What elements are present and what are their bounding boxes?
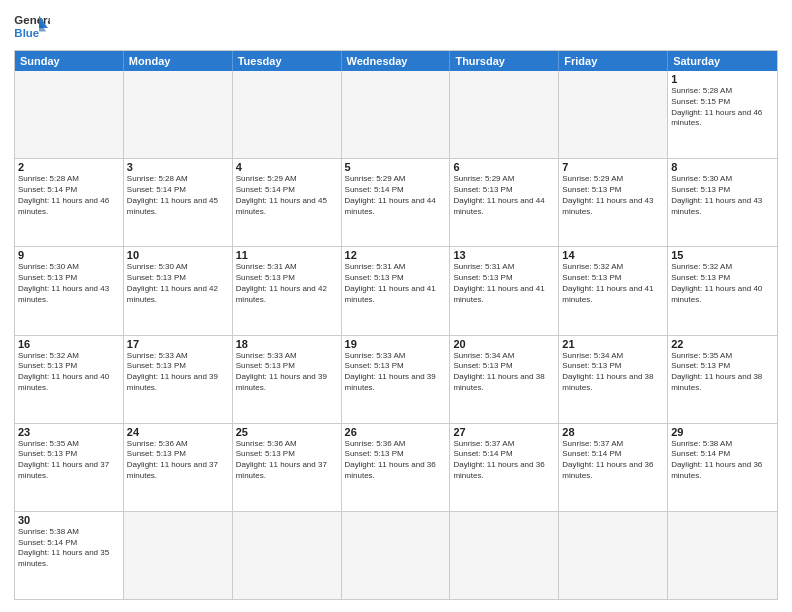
day-number: 22: [671, 338, 774, 350]
day-info: Sunrise: 5:33 AMSunset: 5:13 PMDaylight:…: [236, 351, 338, 394]
day-number: 6: [453, 161, 555, 173]
calendar-cell: 30Sunrise: 5:38 AMSunset: 5:14 PMDayligh…: [15, 512, 124, 599]
day-info: Sunrise: 5:29 AMSunset: 5:14 PMDaylight:…: [236, 174, 338, 217]
day-info: Sunrise: 5:31 AMSunset: 5:13 PMDaylight:…: [453, 262, 555, 305]
calendar-cell: 1Sunrise: 5:28 AMSunset: 5:15 PMDaylight…: [668, 71, 777, 158]
calendar-cell: [15, 71, 124, 158]
calendar-cell: [124, 512, 233, 599]
day-number: 18: [236, 338, 338, 350]
day-number: 9: [18, 249, 120, 261]
day-header-monday: Monday: [124, 51, 233, 71]
calendar-cell: 7Sunrise: 5:29 AMSunset: 5:13 PMDaylight…: [559, 159, 668, 246]
day-number: 4: [236, 161, 338, 173]
calendar-cell: 18Sunrise: 5:33 AMSunset: 5:13 PMDayligh…: [233, 336, 342, 423]
day-number: 8: [671, 161, 774, 173]
calendar-cell: 3Sunrise: 5:28 AMSunset: 5:14 PMDaylight…: [124, 159, 233, 246]
day-info: Sunrise: 5:35 AMSunset: 5:13 PMDaylight:…: [18, 439, 120, 482]
calendar-cell: [668, 512, 777, 599]
calendar-cell: 6Sunrise: 5:29 AMSunset: 5:13 PMDaylight…: [450, 159, 559, 246]
day-header-wednesday: Wednesday: [342, 51, 451, 71]
calendar-cell: 29Sunrise: 5:38 AMSunset: 5:14 PMDayligh…: [668, 424, 777, 511]
logo: General Blue: [14, 12, 50, 42]
calendar-cell: 8Sunrise: 5:30 AMSunset: 5:13 PMDaylight…: [668, 159, 777, 246]
day-info: Sunrise: 5:29 AMSunset: 5:13 PMDaylight:…: [562, 174, 664, 217]
calendar-cell: 5Sunrise: 5:29 AMSunset: 5:14 PMDaylight…: [342, 159, 451, 246]
day-number: 14: [562, 249, 664, 261]
day-number: 11: [236, 249, 338, 261]
calendar-cell: 9Sunrise: 5:30 AMSunset: 5:13 PMDaylight…: [15, 247, 124, 334]
calendar-cell: [233, 71, 342, 158]
day-number: 30: [18, 514, 120, 526]
day-header-sunday: Sunday: [15, 51, 124, 71]
calendar-cell: 23Sunrise: 5:35 AMSunset: 5:13 PMDayligh…: [15, 424, 124, 511]
calendar-row-5: 30Sunrise: 5:38 AMSunset: 5:14 PMDayligh…: [15, 511, 777, 599]
logo-icon: General Blue: [14, 12, 50, 42]
calendar-cell: [124, 71, 233, 158]
day-number: 25: [236, 426, 338, 438]
svg-text:Blue: Blue: [14, 27, 39, 39]
day-info: Sunrise: 5:38 AMSunset: 5:14 PMDaylight:…: [18, 527, 120, 570]
calendar-body: 1Sunrise: 5:28 AMSunset: 5:15 PMDaylight…: [15, 71, 777, 599]
day-info: Sunrise: 5:30 AMSunset: 5:13 PMDaylight:…: [127, 262, 229, 305]
calendar-cell: 27Sunrise: 5:37 AMSunset: 5:14 PMDayligh…: [450, 424, 559, 511]
day-info: Sunrise: 5:36 AMSunset: 5:13 PMDaylight:…: [236, 439, 338, 482]
day-number: 7: [562, 161, 664, 173]
day-info: Sunrise: 5:32 AMSunset: 5:13 PMDaylight:…: [18, 351, 120, 394]
day-number: 21: [562, 338, 664, 350]
calendar-cell: 2Sunrise: 5:28 AMSunset: 5:14 PMDaylight…: [15, 159, 124, 246]
day-header-thursday: Thursday: [450, 51, 559, 71]
calendar-row-0: 1Sunrise: 5:28 AMSunset: 5:15 PMDaylight…: [15, 71, 777, 158]
day-info: Sunrise: 5:33 AMSunset: 5:13 PMDaylight:…: [127, 351, 229, 394]
day-info: Sunrise: 5:36 AMSunset: 5:13 PMDaylight:…: [127, 439, 229, 482]
calendar-cell: [559, 71, 668, 158]
calendar-cell: 22Sunrise: 5:35 AMSunset: 5:13 PMDayligh…: [668, 336, 777, 423]
day-number: 15: [671, 249, 774, 261]
calendar-cell: 12Sunrise: 5:31 AMSunset: 5:13 PMDayligh…: [342, 247, 451, 334]
calendar-cell: 17Sunrise: 5:33 AMSunset: 5:13 PMDayligh…: [124, 336, 233, 423]
day-number: 27: [453, 426, 555, 438]
day-info: Sunrise: 5:34 AMSunset: 5:13 PMDaylight:…: [453, 351, 555, 394]
day-info: Sunrise: 5:37 AMSunset: 5:14 PMDaylight:…: [453, 439, 555, 482]
day-header-saturday: Saturday: [668, 51, 777, 71]
calendar-row-1: 2Sunrise: 5:28 AMSunset: 5:14 PMDaylight…: [15, 158, 777, 246]
calendar-cell: [342, 512, 451, 599]
day-info: Sunrise: 5:32 AMSunset: 5:13 PMDaylight:…: [671, 262, 774, 305]
day-number: 29: [671, 426, 774, 438]
day-info: Sunrise: 5:32 AMSunset: 5:13 PMDaylight:…: [562, 262, 664, 305]
day-info: Sunrise: 5:31 AMSunset: 5:13 PMDaylight:…: [345, 262, 447, 305]
calendar-cell: 14Sunrise: 5:32 AMSunset: 5:13 PMDayligh…: [559, 247, 668, 334]
day-number: 5: [345, 161, 447, 173]
calendar-cell: 11Sunrise: 5:31 AMSunset: 5:13 PMDayligh…: [233, 247, 342, 334]
page: General Blue SundayMondayTuesdayWednesda…: [0, 0, 792, 612]
calendar-cell: 28Sunrise: 5:37 AMSunset: 5:14 PMDayligh…: [559, 424, 668, 511]
day-number: 28: [562, 426, 664, 438]
calendar-cell: [559, 512, 668, 599]
day-number: 19: [345, 338, 447, 350]
day-info: Sunrise: 5:37 AMSunset: 5:14 PMDaylight:…: [562, 439, 664, 482]
day-info: Sunrise: 5:28 AMSunset: 5:14 PMDaylight:…: [127, 174, 229, 217]
calendar-row-4: 23Sunrise: 5:35 AMSunset: 5:13 PMDayligh…: [15, 423, 777, 511]
day-number: 16: [18, 338, 120, 350]
day-header-tuesday: Tuesday: [233, 51, 342, 71]
calendar-cell: 10Sunrise: 5:30 AMSunset: 5:13 PMDayligh…: [124, 247, 233, 334]
calendar: SundayMondayTuesdayWednesdayThursdayFrid…: [14, 50, 778, 600]
day-number: 26: [345, 426, 447, 438]
day-info: Sunrise: 5:38 AMSunset: 5:14 PMDaylight:…: [671, 439, 774, 482]
day-info: Sunrise: 5:35 AMSunset: 5:13 PMDaylight:…: [671, 351, 774, 394]
day-header-friday: Friday: [559, 51, 668, 71]
day-number: 20: [453, 338, 555, 350]
day-number: 3: [127, 161, 229, 173]
day-info: Sunrise: 5:31 AMSunset: 5:13 PMDaylight:…: [236, 262, 338, 305]
calendar-cell: [233, 512, 342, 599]
day-number: 1: [671, 73, 774, 85]
day-info: Sunrise: 5:28 AMSunset: 5:14 PMDaylight:…: [18, 174, 120, 217]
calendar-cell: [450, 71, 559, 158]
calendar-cell: 25Sunrise: 5:36 AMSunset: 5:13 PMDayligh…: [233, 424, 342, 511]
day-info: Sunrise: 5:29 AMSunset: 5:13 PMDaylight:…: [453, 174, 555, 217]
day-info: Sunrise: 5:30 AMSunset: 5:13 PMDaylight:…: [671, 174, 774, 217]
day-info: Sunrise: 5:30 AMSunset: 5:13 PMDaylight:…: [18, 262, 120, 305]
calendar-cell: 20Sunrise: 5:34 AMSunset: 5:13 PMDayligh…: [450, 336, 559, 423]
calendar-header: SundayMondayTuesdayWednesdayThursdayFrid…: [15, 51, 777, 71]
calendar-cell: 19Sunrise: 5:33 AMSunset: 5:13 PMDayligh…: [342, 336, 451, 423]
day-number: 13: [453, 249, 555, 261]
